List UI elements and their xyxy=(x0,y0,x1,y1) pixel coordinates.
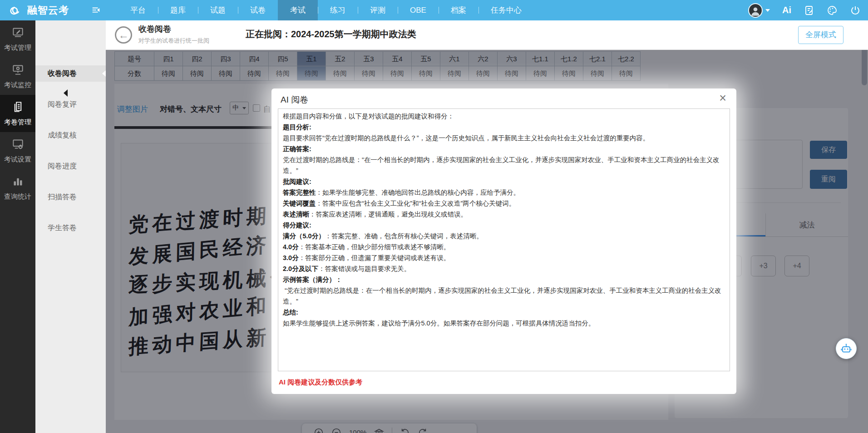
user-avatar-icon[interactable] xyxy=(748,3,763,18)
paper-manage-icon xyxy=(12,101,24,115)
ai-robot-button[interactable] xyxy=(836,338,857,359)
nav-item-试卷[interactable]: 试卷 xyxy=(238,0,278,20)
primary-sidebar: 考试管理考试监控考卷管理考试设置查询统计 xyxy=(0,20,35,433)
page-title: 收卷阅卷 xyxy=(138,24,171,34)
submenu-item-成绩复核[interactable]: 成绩复核 xyxy=(35,127,106,143)
sidebar-item-考试设置[interactable]: 考试设置 xyxy=(0,132,35,169)
nav-item-评测[interactable]: 评测 xyxy=(358,0,398,20)
sidebar-item-label: 考试监控 xyxy=(4,81,31,89)
submenu-item-阅卷进度[interactable]: 阅卷进度 xyxy=(35,158,106,174)
ai-suggestion-line: 关键词覆盖：答案中应包含“社会主义工业化”和“社会主义改造”两个核心关键词。 xyxy=(283,198,725,209)
modal-title: AI 阅卷 xyxy=(281,94,308,106)
topbar-right: Ai xyxy=(748,0,861,20)
submenu-item-学生答卷[interactable]: 学生答卷 xyxy=(35,220,106,236)
sidebar-item-考卷管理[interactable]: 考卷管理 xyxy=(0,95,35,132)
ai-suggestion-line: “党在过渡时期的总路线是：在一个相当长的时期内，逐步实现国家的社会主义工业化，并… xyxy=(283,285,725,307)
close-icon[interactable]: × xyxy=(719,91,726,105)
nav-item-考试[interactable]: 考试 xyxy=(278,0,318,20)
user-menu[interactable] xyxy=(748,3,770,18)
fullscreen-button[interactable]: 全屏模式 xyxy=(798,26,843,44)
theme-palette-icon[interactable] xyxy=(827,5,838,16)
query-stats-icon xyxy=(12,175,24,189)
ai-suggestion-line: 3.0分：答案部分正确，但遗漏了重要关键词或表述有误。 xyxy=(283,252,725,263)
ai-suggestion-line: 得分建议: xyxy=(283,220,725,231)
nav-item-平台[interactable]: 平台 xyxy=(118,0,158,20)
ai-suggestion-line: 满分（5.0分）：答案完整、准确，包含所有核心关键词，表述清晰。 xyxy=(283,231,725,241)
ai-suggestion-line: 2.0分及以下：答案错误或与题目要求无关。 xyxy=(283,263,725,274)
submenu-item-阅卷复评[interactable]: 阅卷复评 xyxy=(35,96,106,113)
secondary-sidebar: 收卷阅卷阅卷复评成绩复核阅卷进度扫描答卷学生答卷 xyxy=(35,20,106,433)
nav-item-题库[interactable]: 题库 xyxy=(158,0,198,20)
sidebar-item-label: 查询统计 xyxy=(4,192,31,201)
sidebar-item-考试监控[interactable]: 考试监控 xyxy=(0,58,35,95)
ai-suggestion-line: 如果学生能够提供上述示例答案，建议给予满分5.0分。如果答案存在部分问题，可根据… xyxy=(283,318,725,329)
ai-suggestion-line: 总结: xyxy=(283,307,725,318)
ai-grading-modal: AI 阅卷 × 根据题目内容和分值，以下是对该试题的批阅建议和得分：题目分析:题… xyxy=(271,89,736,394)
grading-status: 正在批阅：2024-2025第一学期期中政法类 xyxy=(246,28,416,40)
ai-suggestion-line: 题目分析: xyxy=(283,122,725,133)
page-subtitle: 对学生的试卷进行统一批阅 xyxy=(138,37,209,45)
nav-item-试题[interactable]: 试题 xyxy=(198,0,238,20)
page-header: ← 收卷阅卷 对学生的试卷进行统一批阅 正在批阅：2024-2025第一学期期中… xyxy=(106,20,868,50)
submenu-item-收卷阅卷[interactable]: 收卷阅卷 xyxy=(35,65,106,82)
app-title: 融智云考 xyxy=(27,4,69,17)
exam-name: 2024-2025第一学期期中政法类 xyxy=(291,29,416,39)
logout-power-icon[interactable] xyxy=(850,5,861,16)
back-button[interactable]: ← xyxy=(115,26,132,44)
sidebar-item-查询统计[interactable]: 查询统计 xyxy=(0,169,35,207)
nav-item-任务中心[interactable]: 任务中心 xyxy=(478,0,534,20)
submenu-item-扫描答卷[interactable]: 扫描答卷 xyxy=(35,189,106,205)
top-nav: 平台题库试题试卷考试练习评测OBE档案任务中心 xyxy=(118,0,534,20)
ai-disclaimer: AI 阅卷建议及分数仅供参考 xyxy=(279,378,362,387)
top-bar: 融智云考 平台题库试题试卷考试练习评测OBE档案任务中心 Ai xyxy=(0,0,868,20)
nav-item-OBE[interactable]: OBE xyxy=(398,0,439,20)
nav-item-练习[interactable]: 练习 xyxy=(318,0,358,20)
ai-suggestion-text[interactable]: 根据题目内容和分值，以下是对该试题的批阅建议和得分：题目分析:题目要求回答“党在… xyxy=(278,108,730,371)
ai-suggestion-line: 批阅建议: xyxy=(283,176,725,187)
menu-collapse-icon[interactable] xyxy=(89,4,103,17)
submenu-collapse-arrow[interactable] xyxy=(64,89,68,97)
exam-monitor-icon xyxy=(12,64,24,78)
sidebar-item-考试管理[interactable]: 考试管理 xyxy=(0,20,35,58)
ai-suggestion-line: 4.0分：答案基本正确，但缺少部分细节或表述不够清晰。 xyxy=(283,241,725,252)
ai-suggestion-line: 示例答案（满分）： xyxy=(283,274,725,285)
chevron-down-icon xyxy=(765,9,770,12)
exam-setting-icon xyxy=(12,138,24,152)
logo-icon xyxy=(7,3,23,18)
ai-suggestion-line: 答案完整性：如果学生能够完整、准确地回答出总路线的核心内容，应给予满分。 xyxy=(283,187,725,198)
ai-suggestion-line: 根据题目内容和分值，以下是对该试题的批阅建议和得分： xyxy=(283,111,725,122)
ai-suggestion-line: 正确答案: xyxy=(283,143,725,154)
exam-manage-icon xyxy=(12,26,24,40)
ai-tool-icon[interactable]: Ai xyxy=(782,5,791,15)
ai-robot-icon xyxy=(840,342,853,355)
ai-suggestion-line: 党在过渡时期的总路线是：“在一个相当长的时期内，逐步实现国家的社会主义工业化，并… xyxy=(283,154,725,176)
sidebar-item-label: 考试设置 xyxy=(4,155,31,164)
grading-label: 正在批阅： xyxy=(246,29,291,39)
grading-notes-icon[interactable] xyxy=(804,5,814,16)
brand: 融智云考 xyxy=(0,3,84,18)
ai-suggestion-line: 表述清晰：答案应表述清晰，逻辑通顺，避免出现歧义或错误。 xyxy=(283,209,725,220)
sidebar-item-label: 考试管理 xyxy=(4,44,31,52)
ai-suggestion-line: 题目要求回答“党在过渡时期的总路线是什么？”，这是一个历史知识点，属于新民主主义… xyxy=(283,133,725,143)
sidebar-item-label: 考卷管理 xyxy=(4,118,31,127)
app-root: 融智云考 平台题库试题试卷考试练习评测OBE档案任务中心 Ai xyxy=(0,0,868,433)
nav-item-档案[interactable]: 档案 xyxy=(439,0,478,20)
